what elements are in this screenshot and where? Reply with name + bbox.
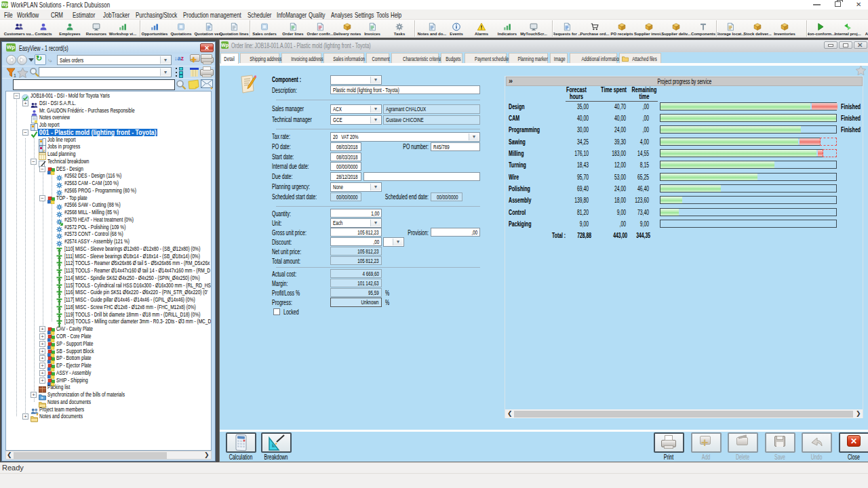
svg-text:1: 1	[14, 73, 16, 78]
